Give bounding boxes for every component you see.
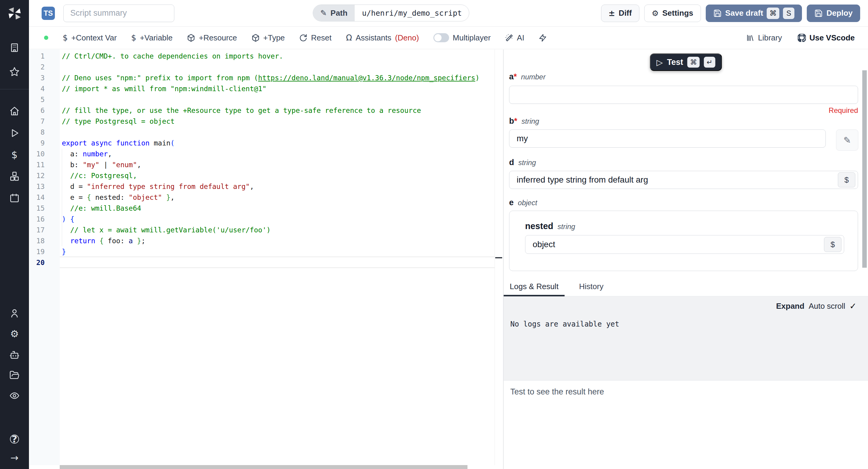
line-number: 2: [29, 63, 44, 71]
code-text: }: [44, 248, 66, 256]
editor-right-edge: [495, 50, 495, 465]
home-icon: [9, 106, 20, 116]
field-a-required-message: Required: [829, 106, 858, 115]
form-scrollbar[interactable]: [862, 70, 867, 268]
code-line[interactable]: 17 // let x = await wmill.getVariable('u…: [29, 225, 503, 235]
sidebar-item-workspace[interactable]: [9, 42, 20, 53]
eye-icon: [9, 390, 20, 401]
refresh-icon: [299, 34, 307, 42]
save-draft-label: Save draft: [725, 8, 763, 18]
line-number: 12: [29, 172, 44, 180]
add-variable-button[interactable]: $ +Variable: [131, 33, 173, 42]
sidebar-item-runs[interactable]: [9, 128, 20, 138]
expand-button[interactable]: Expand: [776, 301, 804, 311]
sidebar-item-users[interactable]: [9, 308, 20, 318]
sidebar-item-favorites[interactable]: [9, 67, 20, 77]
code-line[interactable]: 3// Deno uses "npm:" prefix to import fr…: [29, 72, 503, 83]
reset-button[interactable]: Reset: [299, 33, 332, 42]
settings-button[interactable]: ⚙ Settings: [644, 4, 701, 22]
code-line[interactable]: 14 e = { nested: "object" },: [29, 192, 503, 203]
diff-button[interactable]: ± Diff: [601, 4, 640, 22]
gear-icon: ⚙: [652, 9, 659, 18]
field-nested-var-picker-button[interactable]: $: [824, 237, 841, 252]
field-b-input[interactable]: [509, 129, 826, 148]
code-line[interactable]: 8: [29, 127, 503, 138]
field-b-edit-button[interactable]: ✎: [836, 129, 858, 151]
sidebar-item-collapse[interactable]: →: [9, 453, 20, 463]
add-resource-button[interactable]: +Resource: [187, 33, 237, 42]
quick-actions-button[interactable]: [539, 34, 547, 42]
library-icon: [746, 34, 754, 42]
runtime-badge: (Deno): [395, 33, 419, 42]
windmill-logo-icon[interactable]: [7, 5, 22, 21]
sidebar-item-variables[interactable]: $: [9, 150, 20, 160]
wand-icon: [505, 34, 513, 42]
dollar-icon: $: [131, 33, 136, 42]
code-line[interactable]: 6// fill the type, or use the +Resource …: [29, 105, 503, 116]
code-line[interactable]: 10 a: number,: [29, 148, 503, 159]
code-text: // let x = await wmill.getVariable('u/us…: [44, 226, 271, 234]
add-type-button[interactable]: +Type: [251, 33, 285, 42]
tab-history[interactable]: History: [579, 282, 603, 291]
sidebar-item-home[interactable]: [9, 106, 20, 116]
line-number: 4: [29, 85, 44, 93]
code-line[interactable]: 2: [29, 62, 503, 72]
use-vscode-label: Use VScode: [809, 33, 855, 42]
code-line[interactable]: 7// type Postgresql = object: [29, 116, 503, 127]
sidebar-item-workers[interactable]: [9, 350, 20, 360]
auto-scroll-label[interactable]: Auto scroll: [809, 301, 845, 311]
code-line[interactable]: 5: [29, 94, 503, 105]
field-a-input[interactable]: [509, 86, 858, 104]
field-a-label: a*number: [509, 72, 546, 82]
sidebar-item-folders[interactable]: [9, 370, 20, 380]
sidebar-item-audit-logs[interactable]: [9, 390, 20, 401]
field-d-var-picker-button[interactable]: $: [838, 172, 855, 187]
line-number: 10: [29, 150, 44, 158]
test-button[interactable]: ▷ Test ⌘ ↵: [650, 53, 722, 71]
code-line[interactable]: 18 return { foo: a };: [29, 235, 503, 246]
code-line[interactable]: 16) {: [29, 214, 503, 225]
logs-area: Expand Auto scroll ✓ No logs are availab…: [504, 296, 868, 380]
line-number: 16: [29, 215, 44, 223]
sidebar-item-help[interactable]: ?: [9, 434, 20, 444]
sidebar-item-resources[interactable]: [9, 171, 20, 181]
code-line[interactable]: 4// import * as wmill from "npm:windmill…: [29, 83, 503, 94]
code-text: // Ctrl/CMD+. to cache dependencies on i…: [44, 52, 283, 60]
code-editor[interactable]: 1// Ctrl/CMD+. to cache dependencies on …: [29, 50, 503, 469]
path-label-segment[interactable]: ✎ Path: [313, 5, 355, 21]
field-nested-input[interactable]: [525, 235, 844, 254]
code-line[interactable]: 11 b: "my" | "enum",: [29, 159, 503, 170]
path-pill[interactable]: ✎ Path u/henri/my_demo_script: [313, 4, 469, 22]
multiplayer-toggle[interactable]: Multiplayer: [433, 33, 491, 42]
sidebar: $ ⚙: [0, 0, 29, 469]
field-d-input[interactable]: [509, 171, 858, 189]
code-line[interactable]: 12 //c: Postgresql,: [29, 170, 503, 181]
code-line[interactable]: 15 //e: wmill.Base64: [29, 203, 503, 214]
tab-logs-result[interactable]: Logs & Result: [510, 282, 559, 291]
field-nested-wrap: $: [525, 235, 844, 254]
auto-scroll-checkbox[interactable]: ✓: [849, 301, 857, 311]
library-button[interactable]: Library: [746, 33, 782, 42]
typescript-badge: TS: [42, 7, 55, 20]
gear-icon: ⚙: [10, 329, 19, 339]
code-line[interactable]: 19}: [29, 246, 503, 257]
code-line[interactable]: 20: [29, 257, 503, 268]
code-line[interactable]: 13 d = "inferred type string from defaul…: [29, 181, 503, 192]
deploy-button[interactable]: Deploy: [807, 4, 860, 22]
horizontal-scrollbar[interactable]: [60, 465, 467, 469]
code-line[interactable]: 1// Ctrl/CMD+. to cache dependencies on …: [29, 51, 503, 62]
ai-button[interactable]: AI: [505, 33, 525, 42]
add-context-var-button[interactable]: $ +Context Var: [63, 33, 117, 42]
sidebar-item-schedules[interactable]: [9, 193, 20, 203]
field-d-wrap: $: [509, 171, 858, 189]
code-text: a: number,: [44, 150, 112, 158]
assistants-button[interactable]: Ω Assistants (Deno): [346, 33, 419, 42]
script-summary-input[interactable]: [63, 4, 174, 22]
save-draft-button[interactable]: Save draft ⌘ S: [706, 4, 802, 22]
reset-label: Reset: [311, 33, 332, 42]
code-line[interactable]: 9export async function main(: [29, 138, 503, 148]
pencil-icon: ✎: [843, 135, 851, 145]
sidebar-item-settings[interactable]: ⚙: [9, 329, 20, 339]
use-vscode-button[interactable]: Use VScode: [798, 33, 855, 42]
toggle-off[interactable]: [433, 33, 449, 42]
